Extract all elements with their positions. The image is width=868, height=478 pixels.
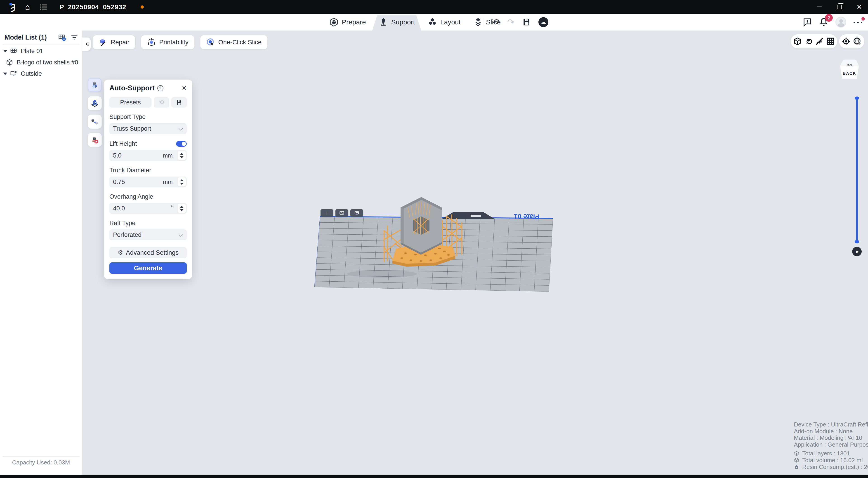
delete-support-tool[interactable]: [88, 133, 102, 147]
layer-range-slider[interactable]: [856, 99, 858, 241]
tab-layout-label: Layout: [440, 18, 461, 26]
more-menu-button[interactable]: [853, 20, 864, 24]
trunk-diameter-input[interactable]: 0.75 mm: [110, 177, 187, 187]
filter-icon[interactable]: [71, 34, 78, 41]
advanced-settings-label: Advanced Settings: [126, 249, 179, 256]
home-glyph: ⌂: [25, 2, 30, 12]
minimize-button[interactable]: [815, 2, 824, 12]
home-icon[interactable]: ⌂: [25, 2, 30, 12]
perspective-cube-button[interactable]: [793, 37, 802, 46]
clipping-view-button[interactable]: [804, 37, 813, 46]
project-list-icon[interactable]: [39, 3, 48, 11]
one-click-slice-label: One-Click Slice: [218, 39, 261, 46]
dialog-close-button[interactable]: ✕: [182, 85, 187, 91]
notifications-button[interactable]: 2: [819, 17, 829, 27]
save-button[interactable]: [522, 18, 531, 26]
slider-top-handle[interactable]: [855, 96, 859, 100]
edit-support-tool[interactable]: [88, 115, 102, 129]
sidebar-divider: [3, 44, 79, 45]
tab-prepare-label: Prepare: [342, 18, 366, 26]
raft-type-select[interactable]: Perforated: [110, 229, 187, 240]
plus-icon: +: [325, 210, 329, 217]
printability-icon: [147, 38, 156, 47]
help-glyph: ?: [159, 86, 161, 90]
toggle-knob: [182, 142, 186, 146]
overhang-angle-stepper[interactable]: [178, 204, 186, 213]
app-logo-icon[interactable]: Ȝ: [10, 2, 16, 11]
menubar: Prepare Support Layout Slice ↶ ↷ ☁: [0, 14, 868, 31]
lift-height-input[interactable]: 5.0 mm: [110, 150, 187, 161]
tab-support[interactable]: Support: [372, 14, 421, 31]
raft-type-label: Raft Type: [110, 220, 187, 227]
preview-play-button[interactable]: ▶: [852, 247, 862, 256]
generate-button[interactable]: Generate: [110, 262, 187, 274]
step-down-icon: [180, 156, 183, 158]
locate-model-button[interactable]: [842, 37, 850, 46]
lift-height-stepper[interactable]: [178, 151, 186, 160]
tree-item-label: Plate 01: [21, 48, 43, 55]
lift-height-toggle[interactable]: [176, 141, 187, 147]
advanced-settings-button[interactable]: ⚙ Advanced Settings: [110, 247, 187, 258]
step-down-icon: [180, 209, 183, 211]
one-click-slice-button[interactable]: One-Click Slice: [200, 35, 268, 49]
help-icon[interactable]: ?: [157, 85, 163, 91]
printability-label: Printability: [159, 39, 188, 46]
locate-group: ⚙: [839, 34, 864, 49]
auto-support-dialog: Auto-Support ? ✕ Presets ⟲ Support Type …: [104, 79, 192, 279]
step-up-icon: [180, 179, 183, 181]
caret-down-icon[interactable]: [3, 72, 7, 75]
save-preset-icon: [176, 99, 182, 105]
sidebar-collapse-handle[interactable]: [82, 37, 91, 51]
tree-item-model[interactable]: B-logo of two shells #0: [0, 57, 82, 68]
global-settings-button[interactable]: ⚙: [853, 37, 862, 46]
tab-layout[interactable]: Layout: [421, 14, 467, 31]
overhang-angle-input[interactable]: 40.0 °: [110, 203, 187, 214]
trunk-diameter-stepper[interactable]: [178, 178, 186, 187]
support-type-label: Support Type: [110, 114, 187, 121]
plate-preview-button[interactable]: [350, 209, 363, 217]
feedback-button[interactable]: [802, 18, 812, 27]
restore-button[interactable]: [835, 2, 844, 12]
tree-item-outside[interactable]: Outside: [0, 68, 82, 79]
collapse-panel-icon: [84, 41, 89, 47]
redo-button[interactable]: ↷: [507, 18, 515, 26]
account-avatar[interactable]: [835, 17, 846, 28]
auto-support-icon: [90, 81, 99, 90]
close-button[interactable]: ✕: [855, 2, 864, 12]
resin-bottle-icon: [794, 464, 799, 470]
add-plate-button[interactable]: +: [320, 209, 333, 217]
support-type-select[interactable]: Truss Support: [110, 123, 187, 134]
presets-button[interactable]: Presets: [110, 97, 151, 107]
titlebar: Ȝ ⌂ P_20250904_052932 ✕: [0, 0, 868, 14]
undo-button[interactable]: ↶: [492, 18, 500, 26]
lift-height-value: 5.0: [113, 152, 122, 159]
model-cube-icon: [6, 59, 13, 66]
repair-button[interactable]: Repair: [93, 35, 135, 49]
plate-settings-button[interactable]: [336, 209, 348, 217]
cloud-upload-button[interactable]: ☁: [538, 17, 548, 27]
slider-bottom-handle[interactable]: [855, 240, 859, 244]
manual-support-tool[interactable]: [88, 96, 102, 110]
add-plate-to-list-button[interactable]: [58, 33, 66, 41]
slice-icon: [473, 18, 483, 27]
device-type-line: Device Type : UltraCraft Reflex 2 Pro: [794, 421, 866, 428]
auto-support-tool[interactable]: [88, 78, 102, 92]
tab-prepare[interactable]: Prepare: [323, 14, 372, 31]
close-icon: ✕: [182, 85, 187, 92]
one-click-slice-icon: [206, 38, 215, 47]
hide-supports-button[interactable]: [815, 37, 824, 46]
print-summary: Device Type : UltraCraft Reflex 2 Pro Ad…: [794, 421, 866, 470]
save-preset-button[interactable]: [171, 97, 187, 107]
tree-item-plate-01[interactable]: Plate 01: [0, 45, 82, 57]
application-line: Application : General Purpose: [794, 441, 866, 448]
feedback-icon: [802, 18, 812, 27]
caret-down-icon[interactable]: [3, 50, 7, 53]
addon-module-line: Add-on Module : None: [794, 428, 866, 435]
reset-preset-button[interactable]: ⟲: [154, 97, 169, 107]
grid-view-button[interactable]: [826, 37, 835, 46]
printability-button[interactable]: Printability: [141, 35, 194, 49]
chevron-down-icon: [179, 232, 183, 236]
ellipsis-icon: [853, 20, 864, 24]
toolbar-separator: [483, 18, 483, 26]
gear-icon: ⚙: [118, 250, 123, 256]
